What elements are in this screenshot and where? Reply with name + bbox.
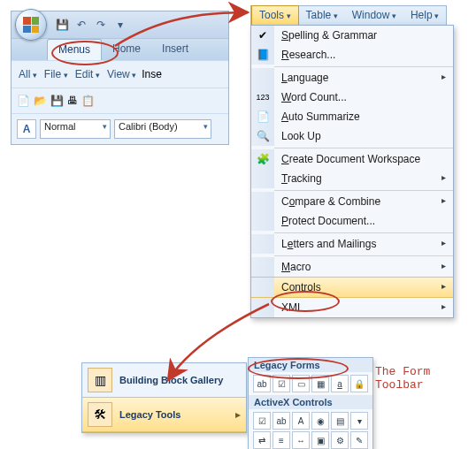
menuitem-word-count[interactable]: 123Word Count... xyxy=(251,88,453,107)
tools-dropdown: ✔SSpelling & Grammarpelling & Grammar 📘R… xyxy=(250,25,454,318)
lock-icon[interactable]: 🔒 xyxy=(350,375,368,392)
ax-spin-icon[interactable]: ≡ xyxy=(273,431,290,449)
tab-home[interactable]: Home xyxy=(102,39,151,60)
new-doc-icon[interactable]: 📄 xyxy=(17,95,30,107)
qat-dropdown-icon[interactable]: ▾ xyxy=(111,16,129,34)
menu-all[interactable]: All xyxy=(17,68,39,80)
legacy-tools-icon: 🛠 xyxy=(88,402,112,427)
lookup-icon: 🔍 xyxy=(251,126,274,146)
building-block-icon: ▥ xyxy=(88,368,112,392)
ax-textbox-icon[interactable]: ab xyxy=(273,412,290,430)
ribbon-tabs: Menus Home Insert xyxy=(12,38,228,60)
activex-header: ActiveX Controls xyxy=(249,395,372,409)
menuitem-auto-summarize[interactable]: 📄Auto Summarize xyxy=(251,107,453,126)
menuitem-xml[interactable]: XML xyxy=(251,298,453,317)
tab-menus[interactable]: Menus xyxy=(47,39,102,60)
shading-icon[interactable]: a xyxy=(331,375,349,392)
menuitem-research[interactable]: 📘Research... xyxy=(251,45,453,65)
ribbon-group-menus: All File Edit View Inse xyxy=(12,60,228,88)
save-icon[interactable]: 💾 xyxy=(53,16,71,34)
legacy-forms-row: ab ☑ ▭ ▦ a 🔒 xyxy=(249,372,372,395)
ribbon-style-row: A Normal Calibri (Body) xyxy=(12,113,228,144)
frame-icon[interactable]: ▦ xyxy=(311,375,329,392)
open-icon[interactable]: 📂 xyxy=(34,95,47,107)
style-icon[interactable]: A xyxy=(17,119,36,139)
office-logo-icon xyxy=(23,17,39,33)
menuitem-language[interactable]: Language xyxy=(251,68,453,88)
menu-help[interactable]: Help xyxy=(403,6,446,26)
print-icon[interactable]: 🖶 xyxy=(67,95,78,107)
ax-scroll-icon[interactable]: ↔ xyxy=(292,431,310,449)
office-button[interactable] xyxy=(15,9,47,41)
menuitem-compare[interactable]: Compare & Combine xyxy=(251,192,453,211)
menuitem-letters[interactable]: Letters and Mailings xyxy=(251,234,453,254)
menuitem-spelling[interactable]: ✔SSpelling & Grammarpelling & Grammar xyxy=(251,26,453,45)
menu-tools[interactable]: Tools xyxy=(251,5,299,27)
menuitem-look-up[interactable]: 🔍Look Up xyxy=(251,126,453,146)
classic-menu-bar: Tools Table Window Help xyxy=(250,5,447,26)
redo-icon[interactable]: ↷ xyxy=(92,16,110,34)
style-selector[interactable]: Normal xyxy=(40,119,111,139)
spellcheck-icon: ✔ xyxy=(251,26,274,45)
menuitem-protect[interactable]: Protect Document... xyxy=(251,211,453,231)
ax-option-icon[interactable]: ◉ xyxy=(311,412,329,430)
menu-insert-cut[interactable]: Inse xyxy=(142,68,162,80)
text-field-icon[interactable]: ab xyxy=(253,375,271,392)
ribbon-fragment: 💾 ↶ ↷ ▾ Menus Home Insert All File Edit … xyxy=(11,11,229,145)
ax-list-icon[interactable]: ▤ xyxy=(331,412,349,430)
activex-row: ☑ ab A ◉ ▤ ▾ ⇄ ≡ ↔ ▣ ⚙ ✎ xyxy=(249,409,372,449)
save-small-icon[interactable]: 💾 xyxy=(50,95,64,107)
menu-edit[interactable]: Edit xyxy=(73,68,102,80)
ax-more-icon[interactable]: ⚙ xyxy=(331,431,349,449)
ax-label-icon[interactable]: A xyxy=(292,412,310,430)
ax-hammer-icon[interactable]: ✎ xyxy=(350,431,368,449)
research-icon: 📘 xyxy=(251,45,274,65)
annotation-caption: The Form Toolbar xyxy=(375,365,476,392)
undo-icon[interactable]: ↶ xyxy=(73,16,90,34)
ax-image-icon[interactable]: ▣ xyxy=(311,431,329,449)
menuitem-macro[interactable]: Macro xyxy=(251,257,453,277)
tab-insert[interactable]: Insert xyxy=(151,39,199,60)
combo-icon[interactable]: ▭ xyxy=(292,375,310,392)
ax-toggle-icon[interactable]: ⇄ xyxy=(253,431,271,449)
quick-access-toolbar: 💾 ↶ ↷ ▾ xyxy=(12,11,228,38)
menuitem-tracking[interactable]: Tracking xyxy=(251,169,453,188)
gallery-legacy-tools[interactable]: 🛠 Legacy Tools xyxy=(82,397,246,432)
summarize-icon: 📄 xyxy=(251,107,274,126)
menu-table[interactable]: Table xyxy=(299,6,345,26)
menuitem-create-workspace[interactable]: 🧩Create Document Workspace xyxy=(251,149,453,169)
menuitem-controls[interactable]: Controls xyxy=(251,277,453,298)
legacy-forms-header: Legacy Forms xyxy=(249,358,372,372)
gallery-building-block[interactable]: ▥ Building Block Gallery xyxy=(82,363,246,397)
menu-view[interactable]: View xyxy=(105,68,138,80)
controls-gallery: ▥ Building Block Gallery 🛠 Legacy Tools xyxy=(81,362,247,433)
menu-window[interactable]: Window xyxy=(345,6,403,26)
format-painter-icon[interactable]: 📋 xyxy=(81,95,95,107)
checkbox-icon[interactable]: ☑ xyxy=(273,375,290,392)
wordcount-icon: 123 xyxy=(251,88,274,107)
ax-combo-icon[interactable]: ▾ xyxy=(350,412,368,430)
font-selector[interactable]: Calibri (Body) xyxy=(114,119,211,139)
ribbon-toolbar-row: 📄 📂 💾 🖶 📋 xyxy=(12,88,228,113)
workspace-icon: 🧩 xyxy=(251,149,274,169)
menu-file[interactable]: File xyxy=(42,68,70,80)
legacy-tools-panel: Legacy Forms ab ☑ ▭ ▦ a 🔒 ActiveX Contro… xyxy=(248,357,373,449)
ax-checkbox-icon[interactable]: ☑ xyxy=(253,412,271,430)
